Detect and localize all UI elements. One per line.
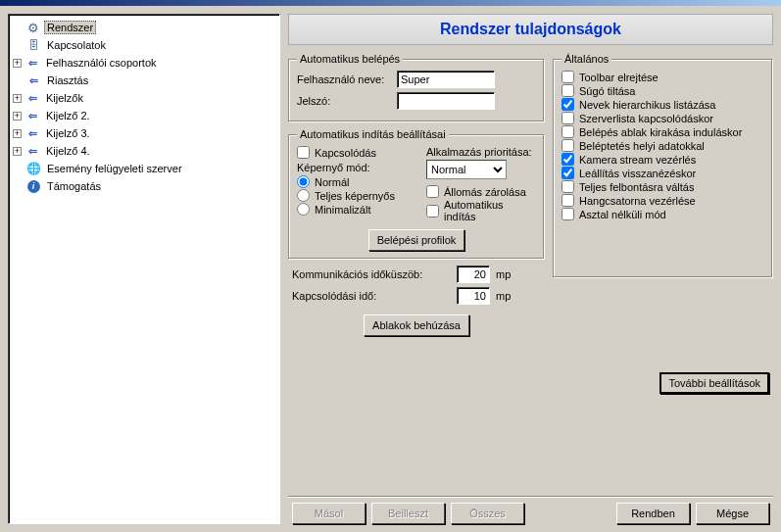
ok-button[interactable]: Rendben bbox=[616, 503, 690, 524]
paste-button[interactable]: Beilleszt bbox=[371, 503, 445, 524]
username-label: Felhasználó neve: bbox=[297, 73, 397, 85]
globe-icon: 🌐 bbox=[25, 161, 41, 176]
general-checkbox-6[interactable] bbox=[561, 153, 574, 166]
database-icon: 🗄 bbox=[25, 37, 41, 53]
tree-item-9[interactable]: iTámogatás bbox=[11, 177, 277, 195]
general-option-4: Belépés ablak kirakása induláskor bbox=[561, 125, 764, 138]
tree-item-6[interactable]: +⇐Kijelző 3. bbox=[11, 124, 277, 142]
login-profiles-button[interactable]: Belépési profilok bbox=[368, 229, 465, 251]
general-checkbox-label: Teljes felbontásra váltás bbox=[579, 181, 694, 193]
copy-button[interactable]: Másol bbox=[292, 503, 366, 524]
general-checkbox-1[interactable] bbox=[561, 84, 574, 97]
screen-mode-radio-input-0[interactable] bbox=[297, 175, 310, 188]
page-title: Rendszer tulajdonságok bbox=[288, 14, 773, 45]
screen-mode-radio-label: Normál bbox=[315, 176, 349, 188]
connect-label: Kapcsolódás bbox=[315, 147, 376, 159]
connect-time-unit: mp bbox=[496, 290, 511, 302]
arrow-left-icon: ⇐ bbox=[24, 55, 40, 71]
general-checkbox-4[interactable] bbox=[561, 125, 574, 138]
arrow-left-icon: ⇐ bbox=[24, 90, 40, 106]
screen-mode-radio-input-1[interactable] bbox=[297, 189, 310, 202]
comm-timeout-input[interactable] bbox=[457, 266, 490, 283]
tree-item-3[interactable]: ⇐Riasztás bbox=[11, 72, 277, 89]
general-checkbox-label: Toolbar elrejtése bbox=[579, 72, 659, 83]
priority-label: Alkalmazás prioritása: bbox=[426, 146, 536, 158]
auto-start-group: Automatikus indítás beállításai Kapcsoló… bbox=[288, 128, 545, 260]
autostart-label: Automatikus indítás bbox=[444, 199, 536, 222]
cancel-button[interactable]: Mégse bbox=[696, 503, 769, 524]
nav-tree: ⚙Rendszer🗄Kapcsolatok+⇐Felhasználói csop… bbox=[8, 14, 280, 524]
username-input[interactable] bbox=[397, 71, 495, 88]
general-checkbox-5[interactable] bbox=[561, 139, 574, 152]
general-checkbox-label: Leállítás visszanézéskor bbox=[579, 168, 696, 179]
general-option-10: Asztal nélküli mód bbox=[561, 208, 764, 220]
priority-select[interactable]: Normal bbox=[426, 160, 507, 179]
connect-checkbox[interactable] bbox=[297, 146, 310, 159]
general-legend: Általános bbox=[561, 53, 611, 65]
all-button[interactable]: Összes bbox=[451, 503, 524, 524]
connect-time-input[interactable] bbox=[457, 287, 490, 305]
tree-item-5[interactable]: +⇐Kijelző 2. bbox=[11, 107, 277, 124]
general-option-8: Teljes felbontásra váltás bbox=[561, 180, 764, 193]
tree-label: Kijelzők bbox=[43, 91, 86, 105]
tree-item-4[interactable]: +⇐Kijelzők bbox=[11, 89, 277, 107]
general-option-6: Kamera stream vezérlés bbox=[561, 153, 764, 166]
tree-label: Kijelző 4. bbox=[43, 144, 93, 158]
gear-icon: ⚙ bbox=[25, 20, 41, 35]
general-checkbox-0[interactable] bbox=[561, 71, 574, 83]
general-checkbox-7[interactable] bbox=[561, 167, 574, 179]
lock-checkbox[interactable] bbox=[426, 185, 439, 198]
lock-label: Állomás zárolása bbox=[444, 186, 526, 198]
tree-item-1[interactable]: 🗄Kapcsolatok bbox=[11, 36, 277, 54]
comm-timeout-label: Kommunikációs időküszöb: bbox=[292, 268, 457, 280]
general-checkbox-9[interactable] bbox=[561, 194, 574, 207]
screen-mode-radio-input-2[interactable] bbox=[297, 203, 310, 216]
tree-label: Felhasználói csoportok bbox=[43, 56, 160, 70]
password-input[interactable] bbox=[397, 92, 495, 110]
tree-label: Kapcsolatok bbox=[44, 38, 109, 52]
connect-time-label: Kapcsolódási idő: bbox=[292, 290, 457, 302]
general-checkbox-10[interactable] bbox=[561, 208, 574, 220]
tree-label: Riasztás bbox=[44, 73, 91, 87]
screen-mode-radio-label: Minimalizált bbox=[315, 204, 370, 216]
button-bar: Másol Beilleszt Összes Rendben Mégse bbox=[288, 496, 773, 524]
arrow-left-icon: ⇐ bbox=[24, 108, 40, 123]
autostart-checkbox[interactable] bbox=[426, 205, 439, 218]
expand-icon[interactable]: + bbox=[13, 59, 22, 68]
general-checkbox-label: Asztal nélküli mód bbox=[579, 209, 666, 220]
general-option-7: Leállítás visszanézéskor bbox=[561, 167, 764, 179]
more-settings-button[interactable]: További beállítások bbox=[659, 372, 769, 394]
tree-item-2[interactable]: +⇐Felhasználói csoportok bbox=[11, 54, 277, 72]
expand-icon[interactable]: + bbox=[13, 147, 22, 156]
tree-item-8[interactable]: 🌐Esemény felügyeleti szerver bbox=[11, 160, 277, 177]
general-option-0: Toolbar elrejtése bbox=[561, 71, 764, 83]
general-checkbox-3[interactable] bbox=[561, 112, 574, 124]
general-checkbox-label: Belépés ablak kirakása induláskor bbox=[579, 126, 742, 138]
pull-windows-button[interactable]: Ablakok behúzása bbox=[364, 314, 469, 336]
general-option-2: Nevek hierarchikus listázása bbox=[561, 98, 764, 111]
info-icon: i bbox=[25, 178, 41, 194]
expand-icon[interactable]: + bbox=[13, 94, 22, 103]
auto-login-group: Automatikus belépés Felhasználó neve: Je… bbox=[288, 53, 545, 122]
tree-item-7[interactable]: +⇐Kijelző 4. bbox=[11, 142, 277, 160]
general-option-3: Szerverlista kapcsolódáskor bbox=[561, 112, 764, 124]
tree-label: Rendszer bbox=[44, 21, 96, 34]
general-checkbox-label: Súgó tiltása bbox=[579, 85, 635, 97]
general-checkbox-label: Kamera stream vezérlés bbox=[579, 154, 696, 166]
expand-icon[interactable]: + bbox=[13, 112, 22, 121]
tree-label: Kijelző 2. bbox=[43, 109, 93, 122]
expand-icon[interactable]: + bbox=[13, 129, 22, 138]
auto-start-legend: Automatikus indítás beállításai bbox=[297, 128, 449, 140]
tree-item-0[interactable]: ⚙Rendszer bbox=[11, 19, 277, 36]
general-checkbox-label: Szerverlista kapcsolódáskor bbox=[579, 113, 713, 124]
screen-mode-radio-2: Minimalizált bbox=[297, 203, 416, 216]
general-checkbox-8[interactable] bbox=[561, 180, 574, 193]
general-checkbox-2[interactable] bbox=[561, 98, 574, 111]
screen-mode-radio-0: Normál bbox=[297, 175, 416, 188]
tree-label: Támogatás bbox=[44, 179, 104, 193]
screen-mode-radio-label: Teljes képernyős bbox=[315, 190, 395, 202]
tree-label: Kijelző 3. bbox=[43, 126, 93, 140]
auto-login-legend: Automatikus belépés bbox=[297, 53, 403, 65]
arrow-left-icon: ⇐ bbox=[24, 143, 40, 159]
general-checkbox-label: Hangcsatorna vezérlése bbox=[579, 195, 696, 207]
